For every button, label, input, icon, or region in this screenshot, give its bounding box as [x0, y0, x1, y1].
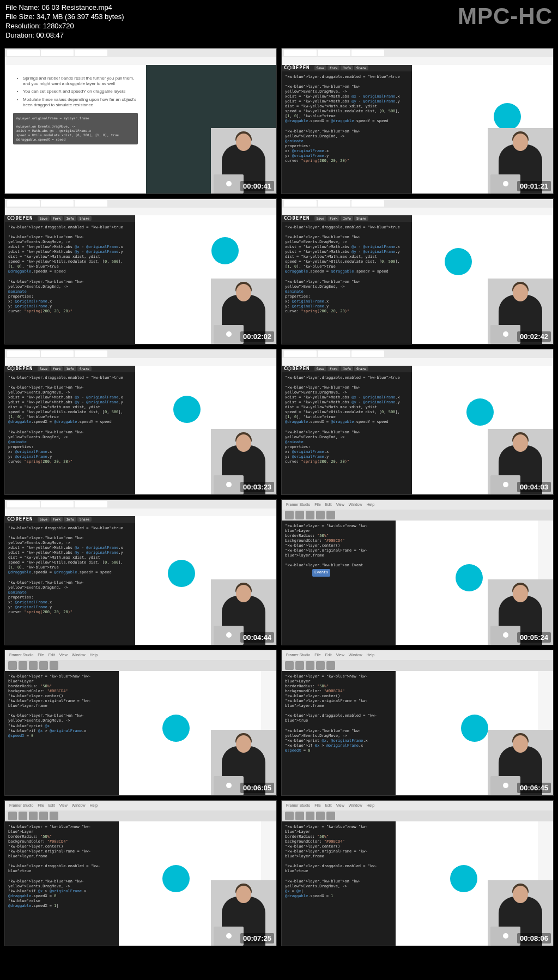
- codepen-button[interactable]: Save: [314, 65, 326, 71]
- draggable-circle[interactable]: [461, 715, 488, 742]
- browser-tab[interactable]: [318, 50, 350, 56]
- codepen-button[interactable]: Share: [354, 216, 368, 221]
- draggable-circle[interactable]: [211, 237, 239, 264]
- menu-item[interactable]: Help: [90, 653, 98, 657]
- video-thumbnail[interactable]: C⬡DEPENSaveForkInfoShare"kw-blue">layer.…: [4, 198, 277, 344]
- menu-item[interactable]: Window: [72, 653, 86, 657]
- tool-icon[interactable]: [8, 661, 17, 670]
- video-thumbnail[interactable]: Framer StudioFileEditViewWindowHelp"kw-b…: [4, 650, 277, 796]
- code-editor[interactable]: C⬡DEPENSaveForkInfoShare"kw-blue">layer.…: [282, 366, 412, 494]
- code-editor[interactable]: "kw-blue">layer = "kw-blue">new "kw-blue…: [5, 821, 119, 946]
- codepen-button[interactable]: Save: [38, 517, 50, 522]
- draggable-circle[interactable]: [162, 715, 190, 742]
- address-bar[interactable]: [5, 509, 276, 516]
- browser-tab[interactable]: [351, 50, 384, 56]
- tool-icon[interactable]: [8, 812, 17, 820]
- draggable-circle[interactable]: [168, 560, 195, 587]
- draggable-circle[interactable]: [450, 865, 477, 892]
- tool-icon[interactable]: [306, 661, 314, 670]
- codepen-button[interactable]: Save: [38, 216, 50, 221]
- menu-item[interactable]: Window: [349, 803, 362, 807]
- menu-item[interactable]: Edit: [48, 653, 55, 657]
- codepen-button[interactable]: Info: [64, 366, 76, 372]
- video-thumbnail[interactable]: Framer StudioFileEditViewWindowHelp"kw-b…: [4, 800, 277, 946]
- code-editor[interactable]: "kw-blue">layer = "kw-blue">new "kw-blue…: [282, 521, 396, 645]
- browser-tab[interactable]: [284, 50, 317, 56]
- code-editor[interactable]: C⬡DEPENSaveForkInfoShare"kw-blue">layer.…: [282, 215, 412, 344]
- codepen-button[interactable]: Info: [341, 65, 353, 71]
- codepen-button[interactable]: Info: [64, 517, 76, 522]
- menu-item[interactable]: Help: [367, 653, 374, 657]
- code-editor[interactable]: "kw-blue">layer = "kw-blue">new "kw-blue…: [282, 671, 396, 795]
- tool-icon[interactable]: [29, 661, 38, 670]
- menu-item[interactable]: Edit: [325, 503, 332, 506]
- tool-icon[interactable]: [326, 812, 335, 820]
- codepen-button[interactable]: Fork: [327, 65, 339, 71]
- draggable-circle[interactable]: [445, 248, 472, 275]
- codepen-button[interactable]: Share: [354, 65, 368, 71]
- browser-tab[interactable]: [41, 50, 74, 56]
- codepen-button[interactable]: Info: [341, 216, 353, 221]
- tool-icon[interactable]: [295, 511, 304, 519]
- video-thumbnail[interactable]: C⬡DEPENSaveForkInfoShare"kw-blue">layer.…: [4, 349, 277, 495]
- menu-item[interactable]: File: [314, 653, 320, 657]
- browser-tab[interactable]: [41, 200, 74, 207]
- tool-icon[interactable]: [50, 812, 58, 820]
- browser-tab[interactable]: [75, 501, 107, 507]
- menu-item[interactable]: Framer Studio: [286, 503, 310, 506]
- tool-icon[interactable]: [316, 812, 325, 820]
- code-editor[interactable]: C⬡DEPENSaveForkInfoShare"kw-blue">layer.…: [5, 215, 135, 344]
- menu-item[interactable]: Window: [349, 653, 362, 657]
- tool-icon[interactable]: [50, 661, 58, 670]
- menu-item[interactable]: Framer Studio: [9, 653, 33, 657]
- menu-item[interactable]: Edit: [325, 803, 332, 807]
- browser-tab[interactable]: [7, 350, 40, 357]
- browser-tab[interactable]: [7, 50, 40, 56]
- code-editor[interactable]: C⬡DEPENSaveForkInfoShare"kw-blue">layer.…: [5, 366, 135, 494]
- menu-item[interactable]: File: [314, 803, 320, 807]
- codepen-button[interactable]: Fork: [51, 517, 63, 522]
- address-bar[interactable]: [282, 57, 553, 65]
- browser-tab[interactable]: [75, 200, 107, 207]
- codepen-button[interactable]: Fork: [327, 366, 339, 372]
- tool-icon[interactable]: [316, 661, 325, 670]
- codepen-button[interactable]: Info: [341, 366, 353, 372]
- menu-item[interactable]: View: [336, 653, 344, 657]
- codepen-button[interactable]: Save: [314, 366, 326, 372]
- browser-tab[interactable]: [7, 200, 40, 207]
- code-editor[interactable]: C⬡DEPENSaveForkInfoShare"kw-blue">layer.…: [282, 65, 412, 193]
- codepen-button[interactable]: Share: [77, 216, 92, 221]
- address-bar[interactable]: [282, 358, 553, 366]
- browser-tab[interactable]: [75, 50, 107, 56]
- video-thumbnail[interactable]: Springs and rubber bands resist the furt…: [4, 48, 277, 194]
- tool-icon[interactable]: [29, 812, 38, 820]
- menu-item[interactable]: Help: [90, 803, 98, 807]
- tool-icon[interactable]: [326, 661, 335, 670]
- codepen-button[interactable]: Fork: [327, 216, 339, 221]
- video-thumbnail[interactable]: C⬡DEPENSaveForkInfoShare"kw-blue">layer.…: [281, 48, 554, 194]
- video-thumbnail[interactable]: Framer StudioFileEditViewWindowHelp"kw-b…: [281, 650, 554, 796]
- menu-item[interactable]: Edit: [325, 653, 332, 657]
- browser-tab[interactable]: [284, 200, 317, 207]
- video-thumbnail[interactable]: C⬡DEPENSaveForkInfoShare"kw-blue">layer.…: [281, 349, 554, 495]
- tool-icon[interactable]: [316, 511, 325, 519]
- codepen-button[interactable]: Share: [354, 366, 368, 372]
- browser-tab[interactable]: [351, 200, 384, 207]
- menu-item[interactable]: View: [59, 803, 68, 807]
- browser-tab[interactable]: [41, 501, 74, 507]
- tool-icon[interactable]: [285, 511, 294, 519]
- address-bar[interactable]: [5, 208, 276, 215]
- draggable-circle[interactable]: [173, 396, 201, 423]
- address-bar[interactable]: [5, 57, 276, 65]
- browser-tab[interactable]: [41, 350, 74, 357]
- menu-item[interactable]: View: [336, 803, 344, 807]
- browser-tab[interactable]: [284, 350, 317, 357]
- codepen-button[interactable]: Fork: [51, 216, 63, 221]
- draggable-circle[interactable]: [456, 564, 483, 591]
- menu-item[interactable]: View: [59, 653, 68, 657]
- tool-icon[interactable]: [306, 812, 314, 820]
- menu-item[interactable]: Edit: [48, 803, 55, 807]
- address-bar[interactable]: [5, 358, 276, 366]
- menu-item[interactable]: Window: [349, 503, 362, 506]
- menu-item[interactable]: Window: [72, 803, 86, 807]
